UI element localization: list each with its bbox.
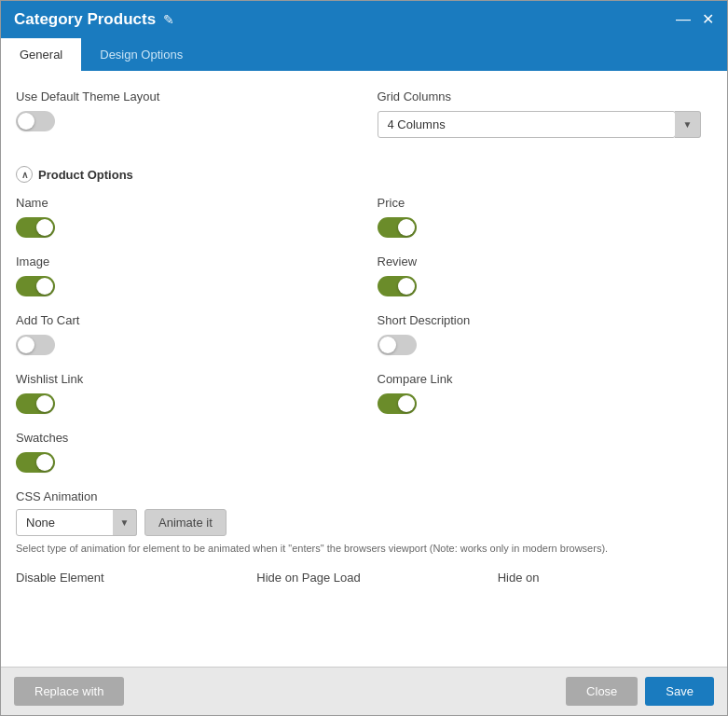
- titlebar: Category Products ✎ — ✕: [1, 1, 727, 38]
- animation-select-wrap: None FadeIn SlideIn Bounce Zoom ▼: [16, 509, 137, 536]
- option-image: Image: [16, 255, 340, 296]
- option-image-slider[interactable]: [16, 276, 55, 296]
- use-default-toggle-wrap: [16, 111, 340, 131]
- option-wishlist-link-label: Wishlist Link: [16, 372, 340, 386]
- close-button[interactable]: Close: [566, 677, 638, 706]
- option-swatches-slider[interactable]: [16, 452, 55, 473]
- animation-hint: Select type of animation for element to …: [16, 542, 701, 556]
- animation-section: CSS Animation None FadeIn SlideIn Bounce…: [16, 489, 701, 556]
- animation-select[interactable]: None FadeIn SlideIn Bounce Zoom: [16, 509, 137, 536]
- option-compare-link-label: Compare Link: [378, 372, 702, 386]
- option-image-label: Image: [16, 255, 340, 268]
- option-add-to-cart-toggle[interactable]: [16, 335, 55, 355]
- titlebar-left: Category Products ✎: [14, 10, 174, 29]
- top-row: Use Default Theme Layout Grid Columns 1 …: [16, 90, 701, 151]
- option-add-to-cart-label: Add To Cart: [16, 313, 340, 327]
- titlebar-controls: — ✕: [676, 12, 714, 27]
- option-short-description-slider[interactable]: [378, 335, 417, 355]
- option-short-description-toggle[interactable]: [378, 335, 417, 355]
- close-window-button[interactable]: ✕: [702, 12, 714, 27]
- hide-on-label: Hide on: [498, 571, 701, 585]
- product-options-header: ∧ Product Options: [16, 166, 701, 183]
- options-col-right: Price Review: [378, 196, 702, 473]
- save-button[interactable]: Save: [645, 677, 714, 706]
- option-review-label: Review: [378, 255, 702, 268]
- option-name-label: Name: [16, 196, 340, 210]
- option-add-to-cart-slider[interactable]: [16, 335, 55, 355]
- option-compare-link-slider[interactable]: [378, 393, 417, 414]
- option-short-description-toggle-wrap: [378, 335, 702, 355]
- option-price-toggle[interactable]: [378, 217, 417, 238]
- option-price: Price: [378, 196, 702, 238]
- dialog: Category Products ✎ — ✕ General Design O…: [0, 0, 728, 716]
- edit-icon[interactable]: ✎: [163, 12, 174, 27]
- content-inner: Use Default Theme Layout Grid Columns 1 …: [16, 90, 712, 585]
- option-name-slider[interactable]: [16, 217, 55, 238]
- footer-right: Close Save: [566, 677, 714, 706]
- use-default-group: Use Default Theme Layout: [16, 90, 340, 138]
- hide-on-page-load-label: Hide on Page Load: [256, 571, 460, 585]
- tabs-bar: General Design Options: [1, 38, 727, 71]
- grid-columns-select-wrap: 1 Column 2 Columns 3 Columns 4 Columns 5…: [378, 111, 702, 138]
- option-image-toggle-wrap: [16, 276, 340, 296]
- option-review: Review: [378, 255, 702, 296]
- option-add-to-cart-toggle-wrap: [16, 335, 340, 355]
- option-swatches-label: Swatches: [16, 431, 340, 445]
- footer-left: Replace with: [14, 677, 124, 706]
- option-compare-link: Compare Link: [378, 372, 702, 414]
- option-review-slider[interactable]: [378, 276, 417, 296]
- grid-columns-label: Grid Columns: [378, 90, 702, 103]
- grid-columns-select[interactable]: 1 Column 2 Columns 3 Columns 4 Columns 5…: [378, 111, 676, 138]
- option-name: Name: [16, 196, 340, 238]
- chevron-up-icon[interactable]: ∧: [16, 166, 33, 183]
- option-wishlist-link-slider[interactable]: [16, 393, 55, 414]
- grid-columns-group: Grid Columns 1 Column 2 Columns 3 Column…: [378, 90, 702, 138]
- option-price-slider[interactable]: [378, 217, 417, 238]
- option-name-toggle[interactable]: [16, 217, 55, 238]
- use-default-slider[interactable]: [16, 111, 55, 131]
- disable-element-label: Disable Element: [16, 571, 219, 585]
- option-add-to-cart: Add To Cart: [16, 313, 340, 355]
- options-grid: Name Image: [16, 196, 701, 473]
- tab-general[interactable]: General: [1, 38, 81, 71]
- bottom-labels: Disable Element Hide on Page Load Hide o…: [16, 571, 701, 585]
- tab-design-options[interactable]: Design Options: [81, 38, 201, 71]
- option-swatches: Swatches: [16, 431, 340, 473]
- option-wishlist-link-toggle[interactable]: [16, 393, 55, 414]
- dialog-title: Category Products: [14, 10, 156, 29]
- grid-columns-arrow-icon: ▼: [675, 111, 701, 138]
- option-image-toggle[interactable]: [16, 276, 55, 296]
- animation-label: CSS Animation: [16, 489, 701, 503]
- product-options-title: Product Options: [38, 168, 133, 182]
- option-compare-link-toggle[interactable]: [378, 393, 417, 414]
- option-swatches-toggle[interactable]: [16, 452, 55, 473]
- footer: Replace with Close Save: [1, 667, 727, 715]
- option-price-label: Price: [378, 196, 702, 210]
- options-col-left: Name Image: [16, 196, 340, 473]
- replace-with-button[interactable]: Replace with: [14, 677, 124, 706]
- option-compare-link-toggle-wrap: [378, 393, 702, 414]
- option-wishlist-link: Wishlist Link: [16, 372, 340, 414]
- use-default-toggle[interactable]: [16, 111, 55, 131]
- option-review-toggle-wrap: [378, 276, 702, 296]
- option-wishlist-link-toggle-wrap: [16, 393, 340, 414]
- option-short-description-label: Short Description: [378, 313, 702, 327]
- option-price-toggle-wrap: [378, 217, 702, 238]
- use-default-label: Use Default Theme Layout: [16, 90, 340, 103]
- option-review-toggle[interactable]: [378, 276, 417, 296]
- animate-it-button[interactable]: Animate it: [144, 509, 227, 536]
- content-area: Use Default Theme Layout Grid Columns 1 …: [1, 71, 727, 667]
- option-name-toggle-wrap: [16, 217, 340, 238]
- option-swatches-toggle-wrap: [16, 452, 340, 473]
- animation-controls: None FadeIn SlideIn Bounce Zoom ▼ Animat…: [16, 509, 701, 536]
- option-short-description: Short Description: [378, 313, 702, 355]
- minimize-button[interactable]: —: [676, 12, 691, 27]
